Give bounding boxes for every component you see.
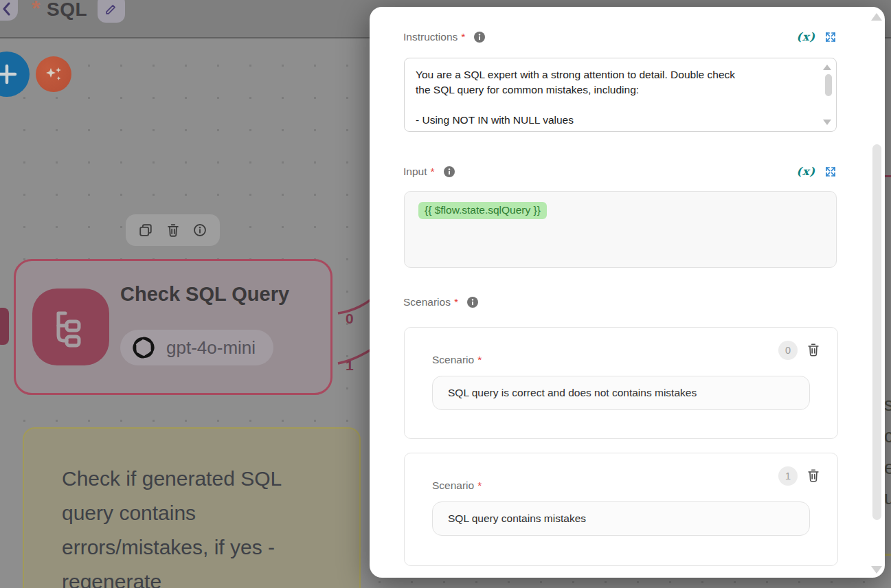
instructions-text: the SQL query for common mistakes, inclu… [416, 82, 813, 98]
occluded-text-fragment: s [884, 394, 891, 416]
note-text-line: Check if generated SQL [62, 462, 359, 496]
info-icon[interactable] [192, 223, 207, 238]
node-check-sql-query[interactable]: Check SQL Query gpt-4o-mini [14, 259, 332, 395]
info-icon[interactable] [444, 166, 455, 177]
scenario-label: Scenario [432, 354, 474, 366]
model-name: gpt-4o-mini [166, 337, 256, 359]
edit-title-button[interactable] [98, 0, 125, 23]
node-config-dialog: Instructions * (x) You are a SQL expert … [370, 7, 885, 578]
input-label: Input [403, 166, 427, 178]
expand-icon[interactable] [824, 31, 837, 43]
instructions-text: - Using NOT IN with NULL values [416, 113, 813, 128]
instructions-text [416, 98, 813, 113]
scenario-card-1: 1 Scenario * SQL query contains mistakes [404, 453, 838, 566]
pencil-icon [104, 1, 119, 16]
occluded-text-fragment: u [884, 488, 891, 509]
node-toolbar [126, 214, 220, 246]
condition-agent-icon [32, 289, 109, 365]
scenario-card-0: 0 Scenario * SQL query is correct and do… [404, 327, 838, 439]
delete-node-icon[interactable] [166, 223, 181, 238]
openai-icon [130, 334, 157, 361]
scenarios-label: Scenarios [403, 296, 451, 308]
required-asterisk: * [461, 31, 465, 43]
scroll-down-arrow[interactable] [823, 120, 831, 125]
occluded-note-fragment [885, 554, 891, 556]
occluded-text-fragment: c [884, 426, 891, 447]
dialog-scrollbar-thumb[interactable] [872, 144, 881, 520]
input-label-row: Input * (x) [403, 165, 837, 178]
chevron-left-icon [0, 1, 14, 16]
required-asterisk: * [430, 166, 434, 178]
back-button[interactable] [0, 0, 18, 21]
occluded-edge-fragment [885, 175, 891, 177]
delete-scenario-icon[interactable] [806, 342, 821, 357]
instructions-text: You are a SQL expert with a strong atten… [416, 67, 813, 82]
app-window: * SQL [0, 0, 891, 588]
scenarios-label-row: Scenarios * [403, 296, 837, 308]
unsaved-asterisk: * [32, 0, 40, 21]
scenario-label-row: Scenario * [432, 354, 482, 366]
note-text-line: regenerate [62, 565, 359, 588]
sticky-note[interactable]: Check if generated SQL query contains er… [23, 427, 361, 588]
ai-assistant-button[interactable] [36, 56, 71, 92]
note-text-line: errors/mistakes, if yes - [62, 530, 359, 565]
expand-icon[interactable] [824, 166, 837, 178]
scenario-input[interactable]: SQL query is correct and does not contai… [432, 376, 810, 410]
required-asterisk: * [477, 479, 482, 492]
variable-token[interactable]: {{ $flow.state.sqlQuery }} [418, 202, 547, 219]
scenario-input[interactable]: SQL query contains mistakes [432, 501, 810, 536]
instructions-label-row: Instructions * (x) [403, 30, 837, 43]
instructions-label: Instructions [403, 31, 458, 43]
sparkles-icon [43, 63, 65, 85]
node-title: Check SQL Query [120, 283, 289, 306]
instructions-textarea[interactable]: You are a SQL expert with a strong atten… [404, 58, 837, 132]
variables-icon[interactable]: (x) [796, 165, 815, 178]
variables-icon[interactable]: (x) [796, 30, 815, 43]
scenario-label: Scenario [432, 479, 474, 492]
flow-title: SQL [47, 0, 87, 21]
duplicate-icon[interactable] [138, 223, 153, 238]
scrollbar-thumb[interactable] [825, 74, 832, 96]
scenario-index-badge: 0 [778, 341, 798, 360]
required-asterisk: * [454, 296, 458, 308]
info-icon[interactable] [474, 32, 485, 43]
scroll-up-arrow[interactable] [823, 65, 831, 70]
dialog-scroll-down-arrow[interactable] [871, 566, 882, 574]
note-text-line: query contains [62, 496, 359, 530]
occluded-text-fragment: e [884, 457, 891, 479]
model-badge: gpt-4o-mini [120, 330, 273, 365]
dialog-scroll-up-arrow[interactable] [871, 13, 882, 21]
input-field[interactable]: {{ $flow.state.sqlQuery }} [404, 191, 837, 268]
delete-scenario-icon[interactable] [806, 468, 821, 483]
required-asterisk: * [477, 354, 482, 366]
node-input-handle[interactable] [0, 308, 9, 345]
scenario-label-row: Scenario * [432, 479, 482, 492]
scenario-index-badge: 1 [778, 466, 798, 486]
plus-icon [0, 63, 18, 85]
info-icon[interactable] [467, 297, 478, 308]
